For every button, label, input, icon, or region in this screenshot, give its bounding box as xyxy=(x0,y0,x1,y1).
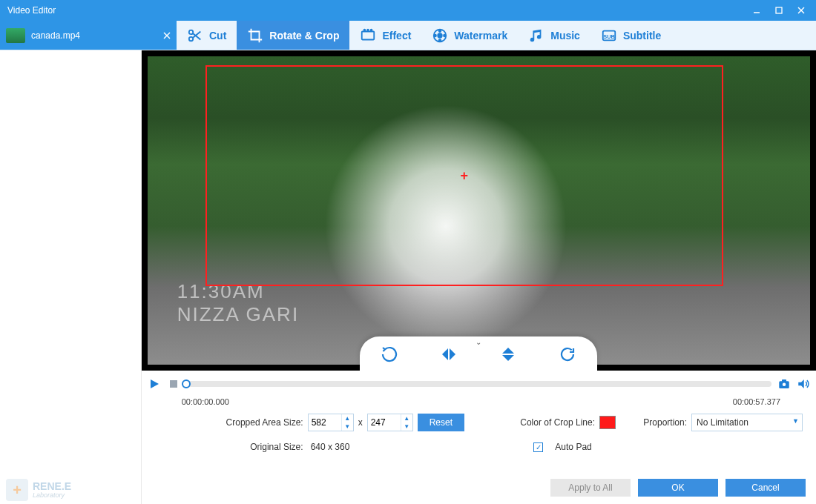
svg-point-19 xyxy=(444,34,446,36)
close-button[interactable] xyxy=(791,3,812,18)
svg-marker-22 xyxy=(442,348,448,360)
file-tab-close-icon[interactable] xyxy=(162,30,172,41)
content-area: 11:30AM NIZZA GARI + ⌄ 00:0 xyxy=(142,50,816,504)
proportion-value: No Limitation xyxy=(697,417,748,428)
flip-horizontal-button[interactable] xyxy=(438,343,460,365)
autopad-label: Auto Pad xyxy=(555,442,591,452)
flip-vertical-button[interactable] xyxy=(497,343,519,365)
svg-marker-23 xyxy=(450,348,455,360)
crop-height-input[interactable]: ▲▼ xyxy=(367,414,413,431)
tab-rotate-crop[interactable]: Rotate & Crop xyxy=(237,21,349,50)
svg-marker-31 xyxy=(798,379,804,388)
stop-button[interactable] xyxy=(167,377,180,391)
video-text-overlay: 11:30AM NIZZA GARI xyxy=(177,280,299,326)
height-down[interactable]: ▼ xyxy=(401,422,412,431)
crop-color-swatch[interactable] xyxy=(599,416,616,429)
brand-logo: + RENE.E Laboratory xyxy=(6,479,71,501)
rotate-cw-button[interactable] xyxy=(378,343,401,365)
label-cropped-size: Cropped Area Size: xyxy=(155,417,303,428)
tab-label: Watermark xyxy=(454,30,507,42)
transform-panel: ⌄ xyxy=(360,336,597,371)
seek-knob[interactable] xyxy=(182,379,191,388)
chevron-down-icon[interactable]: ⌄ xyxy=(476,338,481,346)
svg-point-7 xyxy=(189,36,194,41)
window-title: Video Editor xyxy=(7,5,746,16)
svg-rect-1 xyxy=(776,7,782,13)
label-original-size: Original Size: xyxy=(155,442,303,452)
label-crop-color: Color of Crop Line: xyxy=(469,417,595,428)
proportion-select[interactable]: No Limitation xyxy=(691,414,803,431)
svg-marker-24 xyxy=(502,348,514,354)
seek-track[interactable] xyxy=(186,381,771,387)
sidebar: + RENE.E Laboratory xyxy=(0,50,142,504)
tab-subtitle[interactable]: SUB Subtitle xyxy=(590,21,671,50)
snapshot-button[interactable] xyxy=(777,377,791,391)
play-button[interactable] xyxy=(148,377,161,391)
effect-icon xyxy=(360,27,376,44)
crop-height-field[interactable] xyxy=(368,417,401,428)
svg-point-16 xyxy=(439,30,441,32)
overlay-line-2: NIZZA GARI xyxy=(177,303,299,326)
width-down[interactable]: ▼ xyxy=(341,422,353,431)
svg-point-12 xyxy=(368,29,369,30)
tab-effect[interactable]: Effect xyxy=(349,21,421,50)
tab-label: Music xyxy=(550,30,580,42)
top-row: canada.mp4 Cut Rotate & Crop Effect Wate… xyxy=(0,21,816,50)
apply-all-button[interactable]: Apply to All xyxy=(550,479,631,497)
maximize-button[interactable] xyxy=(769,3,789,18)
watermark-icon xyxy=(432,27,448,44)
svg-point-13 xyxy=(371,29,372,30)
playback-bar xyxy=(142,371,816,397)
svg-point-17 xyxy=(439,39,441,42)
svg-point-11 xyxy=(364,29,366,30)
file-thumbnail xyxy=(6,28,25,43)
tool-tabs: Cut Rotate & Crop Effect Watermark Music… xyxy=(177,21,816,50)
crop-width-input[interactable]: ▲▼ xyxy=(308,414,354,431)
svg-rect-27 xyxy=(170,380,177,388)
tab-watermark[interactable]: Watermark xyxy=(421,21,518,50)
logo-mark-icon: + xyxy=(6,479,28,501)
svg-point-18 xyxy=(435,34,437,36)
ok-button[interactable]: OK xyxy=(638,479,718,497)
tab-label: Subtitle xyxy=(623,30,661,42)
window-controls xyxy=(746,3,812,18)
svg-point-6 xyxy=(189,30,194,34)
autopad-checkbox[interactable]: ✓ xyxy=(533,442,543,452)
file-tab[interactable]: canada.mp4 xyxy=(0,21,177,50)
video-preview[interactable]: 11:30AM NIZZA GARI + ⌄ xyxy=(142,50,816,371)
svg-rect-30 xyxy=(782,379,786,382)
tab-music[interactable]: Music xyxy=(518,21,590,50)
crop-center-icon: + xyxy=(459,170,470,181)
svg-point-15 xyxy=(438,33,443,38)
svg-marker-26 xyxy=(151,379,159,388)
current-time: 00:00:00.000 xyxy=(182,397,229,406)
refresh-button[interactable] xyxy=(556,343,579,365)
minimize-button[interactable] xyxy=(746,3,767,18)
tab-label: Effect xyxy=(382,30,411,42)
tab-label: Cut xyxy=(209,30,226,42)
scissors-icon xyxy=(187,27,203,44)
cancel-button[interactable]: Cancel xyxy=(725,479,806,497)
tab-cut[interactable]: Cut xyxy=(177,21,237,50)
dialog-buttons: Apply to All OK Cancel xyxy=(550,479,806,497)
crop-icon xyxy=(247,27,263,44)
width-up[interactable]: ▲ xyxy=(341,414,353,422)
logo-sub: Laboratory xyxy=(33,491,71,499)
reset-button[interactable]: Reset xyxy=(418,414,464,431)
crop-settings: Cropped Area Size: ▲▼ x ▲▼ Reset Color o… xyxy=(142,406,816,452)
original-size-value: 640 x 360 xyxy=(311,442,350,452)
svg-rect-10 xyxy=(362,31,375,39)
crop-rectangle[interactable]: + xyxy=(205,65,723,286)
tab-label: Rotate & Crop xyxy=(269,30,339,42)
height-up[interactable]: ▲ xyxy=(401,414,412,422)
title-bar: Video Editor xyxy=(0,0,816,21)
svg-text:SUB: SUB xyxy=(603,33,614,39)
volume-button[interactable] xyxy=(797,377,810,391)
x-separator: x xyxy=(358,417,363,428)
subtitle-icon: SUB xyxy=(601,27,617,44)
logo-brand: RENE.E xyxy=(33,481,71,491)
file-name: canada.mp4 xyxy=(31,30,162,41)
crop-width-field[interactable] xyxy=(309,417,341,428)
svg-marker-25 xyxy=(502,355,514,361)
total-time: 00:00:57.377 xyxy=(733,397,780,406)
